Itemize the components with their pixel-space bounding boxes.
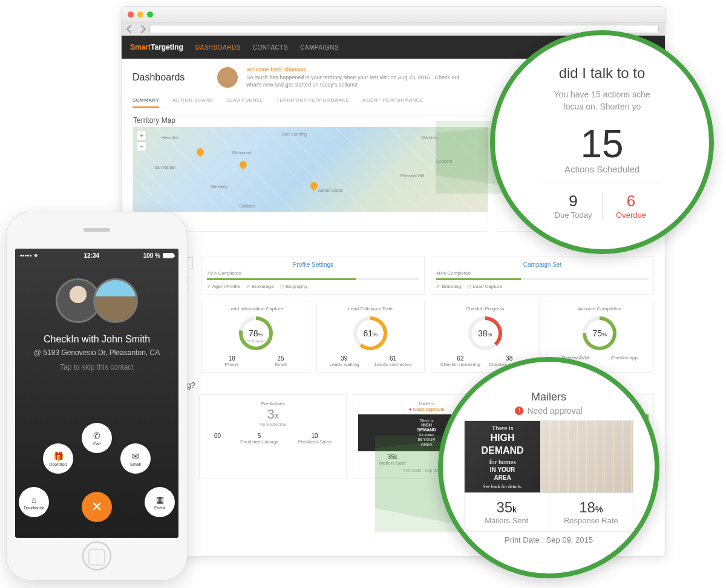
battery-icon [163,253,174,258]
status-bar: ᯤ 12:34 100 % [15,249,178,263]
predictions-card[interactable]: Predictions 3x More Effective 005Predict… [199,394,347,479]
wifi-icon: ᯤ [34,252,40,259]
browser-titlebar [122,7,665,22]
skip-contact[interactable]: Tap to skip this contact [15,363,178,371]
nav-dashboards[interactable]: DASHBOARDS [195,44,241,51]
zoom-title: did I talk to to [559,65,646,82]
mailers-sent-stat: 35kMailers Sent [465,493,549,531]
lead-capture-card[interactable]: Lead Information Capture 78% Of 25 leads… [201,301,310,373]
close-actions-button[interactable]: ✕ [82,492,112,522]
checkin-title: CheckIn with John Smith [15,334,178,345]
property-photo [93,278,138,323]
map-pin-icon[interactable] [238,159,248,169]
email-icon: ✉ [132,451,139,461]
nav-contacts[interactable]: CONTACTS [253,44,288,51]
back-icon[interactable] [126,24,135,33]
tab-agent[interactable]: AGENT PERFORMANCE [363,94,424,108]
phone-icon: ✆ [93,431,100,440]
checkin-address: @ 5183 Genovesio Dr, Pleasanton, CA [15,348,178,357]
welcome-text: Welcome back Shannon So much has happene… [246,66,459,89]
home-button-icon[interactable] [88,549,105,566]
tab-lead-funnel[interactable]: LEAD FUNNEL [226,94,263,108]
minimize-icon[interactable] [137,11,143,18]
zoom-in-button[interactable]: + [137,131,146,140]
alert-icon: ! [515,407,523,415]
calendar-icon: ▦ [156,495,164,505]
maximize-icon[interactable] [147,11,153,18]
welcome-avatar [217,67,238,88]
email-button[interactable]: ✉Email [120,443,151,474]
checkin-avatars [15,278,178,323]
signal-icon [20,255,31,256]
call-button[interactable]: ✆Call [82,423,112,453]
status-time: 12:34 [84,252,100,259]
close-icon: ✕ [91,499,102,515]
nav-campaigns[interactable]: CAMPAIGNS [300,44,339,51]
page-title: Dashboards [132,72,185,83]
brand-logo: SmartTargeting [130,43,183,51]
territory-title: Territory Map [133,116,488,125]
mailer-preview: There is HIGH DEMAND for homes IN YOUR A… [464,420,633,493]
zoom-mailers-detail: Mailers !Need approval There is HIGH DEM… [438,357,659,578]
doordrop-button[interactable]: 🎁Doordrop [43,443,73,474]
campaign-settings-card[interactable]: Campaign Set 40% Completed ✓ Branding ◷ … [431,256,654,295]
territory-map-card: Territory Map + − Hercules Blue Landing … [132,116,488,232]
welcome-greeting: Welcome back Shannon [246,66,459,74]
gift-icon: 🎁 [53,451,64,461]
actions-count: 15 [580,122,623,166]
overdue: 6Overdue [602,192,659,220]
door-icon: ⌂ [31,495,36,505]
event-button[interactable]: ▦Event [145,487,175,517]
profile-settings-card[interactable]: Profile Settings 70% Completed ✓ Agent P… [201,256,425,295]
territory-map[interactable]: + − Hercules Blue Landing Martinez San R… [133,127,488,212]
map-pin-icon[interactable] [195,146,206,157]
due-today: 9Due Today [544,192,602,220]
mobile-checkin-app: ᯤ 12:34 100 % CheckIn with John Smith @ … [6,212,188,581]
doorknock-button[interactable]: ⌂Doorknock [19,487,49,517]
tab-territory[interactable]: TERRITORY PERFORMANCE [276,94,350,108]
zoom-actions-detail: did I talk to to You have 15 actions sch… [490,30,714,254]
close-icon[interactable] [128,11,134,18]
tab-action-board[interactable]: ACTION BOARD [172,94,213,108]
zoom-out-button[interactable]: − [137,142,146,151]
mailers-title: Mailers [531,391,566,403]
forward-icon[interactable] [137,24,146,33]
print-date: Print Date : Sep 09, 2015 [505,535,593,544]
tab-summary[interactable]: SUMMARY [132,94,159,108]
response-rate-stat: 18%Response Rate [549,493,633,531]
followup-card[interactable]: Lead Follow-up Rate 61% 39Leads waiting6… [316,301,425,373]
